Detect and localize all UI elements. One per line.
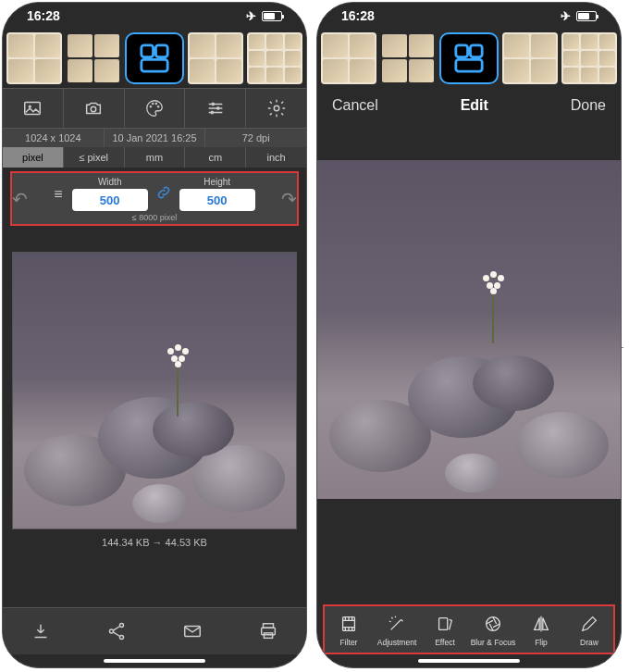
download-button[interactable] (3, 608, 79, 654)
bottom-actions (3, 607, 306, 654)
share-button[interactable] (79, 608, 154, 654)
svg-point-9 (157, 106, 159, 107)
layout-launcher-button[interactable] (439, 32, 499, 84)
svg-rect-0 (142, 45, 154, 57)
svg-point-7 (152, 103, 154, 105)
edit-tools-bar: Filter Adjustment Effect Blur & Focus Fl… (323, 604, 615, 654)
unit-inch[interactable]: inch (246, 147, 306, 168)
status-bar: 16:28 ✈ (317, 3, 621, 29)
collage-icon (139, 43, 170, 74)
gear-icon (266, 98, 287, 118)
layout-strip (317, 29, 621, 88)
layout-thumb[interactable] (321, 32, 376, 84)
unit-tabs: pixel ≤ pixel mm cm inch (3, 147, 306, 168)
camera-button[interactable] (64, 89, 125, 128)
info-dimensions: 1024 x 1024 (3, 129, 105, 147)
tool-draw[interactable]: Draw (565, 606, 613, 653)
cancel-button[interactable]: Cancel (332, 97, 378, 114)
svg-point-11 (216, 107, 219, 110)
image-icon (22, 98, 43, 118)
layout-thumb[interactable] (247, 32, 302, 84)
layout-strip (3, 29, 306, 88)
mail-icon (182, 621, 203, 641)
unit-pixel[interactable]: pixel (3, 147, 64, 168)
layout-thumb[interactable] (66, 32, 121, 84)
svg-point-6 (150, 106, 152, 107)
undo-button[interactable]: ↶ (12, 188, 28, 210)
svg-point-26 (487, 617, 500, 631)
palette-icon (144, 98, 165, 118)
film-icon (339, 614, 359, 634)
svg-point-13 (274, 106, 279, 111)
svg-rect-21 (456, 45, 468, 57)
battery-icon (262, 11, 282, 21)
layout-thumb[interactable] (380, 32, 436, 84)
height-label: Height (204, 177, 230, 187)
layout-thumb[interactable] (502, 32, 558, 84)
main-toolbar (3, 88, 306, 129)
svg-point-12 (211, 111, 214, 114)
menu-icon[interactable]: ≡ (54, 186, 62, 203)
airplane-mode-icon: ✈ (561, 9, 571, 23)
link-icon (155, 184, 172, 201)
camera-icon (83, 98, 104, 118)
svg-rect-2 (142, 59, 167, 71)
svg-point-14 (119, 624, 123, 628)
edit-header: Cancel Edit Done (317, 88, 621, 123)
width-input[interactable]: 500 (72, 189, 148, 211)
phone-left: 16:28 ✈ 1024 x 1024 10 Jan 2021 16:25 72… (2, 2, 307, 668)
unit-lte-pixel[interactable]: ≤ pixel (64, 147, 125, 168)
status-bar: 16:28 ✈ (3, 3, 306, 29)
height-input[interactable]: 500 (179, 189, 255, 211)
airplane-mode-icon: ✈ (246, 9, 256, 23)
unit-cm[interactable]: cm (185, 147, 246, 168)
redo-button[interactable]: ↷ (281, 188, 297, 210)
print-icon (258, 621, 278, 641)
svg-rect-17 (185, 627, 201, 637)
aperture-icon (483, 614, 503, 634)
layout-launcher-button[interactable] (125, 32, 184, 84)
layout-thumb[interactable] (6, 32, 62, 84)
link-aspect-button[interactable] (155, 184, 172, 205)
email-button[interactable] (154, 608, 230, 654)
download-icon (31, 621, 51, 641)
home-indicator[interactable] (3, 654, 306, 667)
svg-point-10 (212, 103, 215, 106)
image-info-row: 1024 x 1024 10 Jan 2021 16:25 72 dpi (3, 129, 306, 147)
edit-title: Edit (461, 97, 488, 114)
phone-right: 16:28 ✈ Cancel Edit Done Filter Adjustme… (316, 2, 622, 668)
tool-blur-focus[interactable]: Blur & Focus (469, 606, 517, 653)
svg-rect-25 (439, 618, 448, 630)
palette-button[interactable] (125, 89, 186, 128)
svg-point-5 (91, 106, 96, 112)
svg-point-8 (155, 103, 157, 105)
svg-rect-20 (264, 633, 272, 639)
image-preview[interactable] (12, 252, 297, 529)
settings-button[interactable] (246, 89, 306, 128)
gallery-button[interactable] (3, 89, 64, 128)
home-indicator[interactable] (317, 654, 621, 667)
print-button[interactable] (230, 608, 306, 654)
battery-icon (576, 11, 597, 21)
tool-filter[interactable]: Filter (325, 606, 373, 653)
tool-flip[interactable]: Flip (517, 606, 565, 653)
svg-rect-3 (25, 103, 41, 115)
svg-point-15 (109, 629, 113, 633)
tool-effect[interactable]: Effect (421, 606, 469, 653)
unit-mm[interactable]: mm (125, 147, 186, 168)
status-time: 16:28 (341, 8, 375, 23)
width-label: Width (98, 177, 122, 187)
image-preview[interactable] (317, 160, 621, 499)
svg-rect-23 (456, 59, 482, 71)
info-date: 10 Jan 2021 16:25 (105, 129, 206, 147)
info-dpi: 72 dpi (205, 129, 306, 147)
tool-adjustment[interactable]: Adjustment (373, 606, 421, 653)
wand-icon (387, 614, 407, 634)
sliders-button[interactable] (185, 89, 246, 128)
layout-thumb[interactable] (188, 32, 243, 84)
status-time: 16:28 (27, 8, 60, 23)
layout-thumb[interactable] (561, 32, 617, 84)
svg-point-16 (119, 635, 123, 639)
done-button[interactable]: Done (571, 97, 606, 114)
filesize-stats: 144.34 KB → 44.53 KB (3, 537, 306, 548)
